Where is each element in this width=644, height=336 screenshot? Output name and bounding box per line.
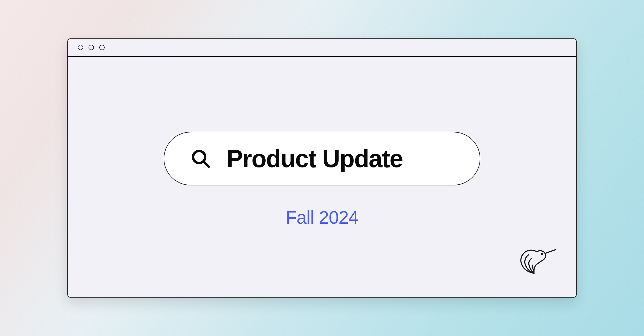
minimize-window-button[interactable]: [89, 45, 94, 50]
search-bar[interactable]: Product Update: [164, 132, 480, 185]
window-titlebar: [68, 39, 576, 57]
maximize-window-button[interactable]: [99, 45, 105, 50]
window-content: Product Update Fall 2024: [68, 57, 576, 297]
svg-line-1: [204, 162, 209, 167]
hummingbird-logo-icon: [515, 241, 558, 284]
browser-window: Product Update Fall 2024: [67, 38, 577, 298]
close-window-button[interactable]: [78, 45, 83, 50]
svg-point-2: [541, 253, 543, 255]
window-controls: [78, 45, 105, 50]
subtitle: Fall 2024: [286, 207, 358, 228]
search-text: Product Update: [226, 145, 403, 173]
search-icon: [191, 149, 210, 168]
